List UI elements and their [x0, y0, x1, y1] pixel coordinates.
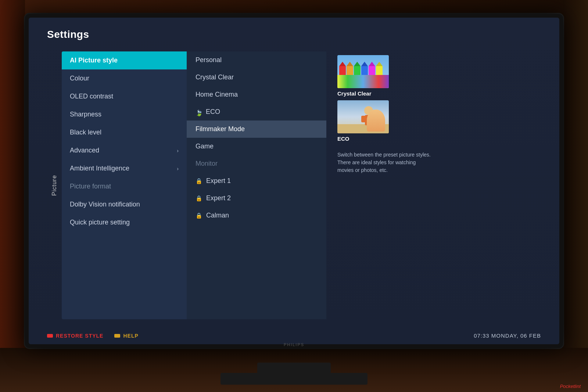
submenu-item-label: Home Cinema	[196, 91, 238, 98]
menu-item-colour[interactable]: Colour	[62, 69, 187, 87]
eco-preview-label: ECO	[337, 136, 349, 142]
help-label: HELP	[123, 333, 138, 339]
bottom-bar: RESTORE STYLE HELP 07:33 MONDAY, 06 FEB	[47, 332, 541, 339]
menu-item-label: Sharpness	[70, 111, 101, 118]
submenu-item-label: ECO	[206, 108, 220, 116]
eco-svg	[337, 100, 389, 133]
preview-image-crystal-clear	[337, 55, 389, 88]
svg-rect-1	[337, 77, 389, 88]
sidebar-category-label: Picture	[47, 51, 62, 319]
menu-item-label: Ambient Intelligence	[70, 165, 129, 172]
tv-stand	[257, 363, 331, 374]
menu-item-label: Black level	[70, 129, 101, 136]
submenu-item-filmmaker-mode[interactable]: Filmmaker Mode	[187, 121, 326, 138]
lock-icon: 🔒	[196, 178, 202, 184]
preview-description: Switch between the preset picture styles…	[337, 151, 433, 174]
watermark-text: Pocketlint	[560, 384, 581, 389]
menu-item-label: AI Picture style	[70, 57, 118, 64]
watermark: Pocketlint	[560, 384, 581, 389]
svg-rect-4	[347, 66, 353, 78]
submenu-item-label: Expert 2	[206, 194, 231, 202]
crystal-clear-svg	[337, 55, 389, 88]
room-left-wall	[0, 0, 25, 392]
svg-rect-8	[361, 66, 368, 78]
menu-item-ambient-intelligence[interactable]: Ambient Intelligence ›	[62, 159, 187, 177]
submenu-item-label: Game	[196, 143, 214, 150]
submenu-item-game[interactable]: Game	[187, 138, 326, 155]
submenu-item-calman[interactable]: 🔒 Calman	[187, 207, 326, 224]
svg-point-16	[364, 106, 373, 115]
menu-item-oled-contrast[interactable]: OLED contrast	[62, 87, 187, 105]
submenu-item-label: Filmmaker Mode	[196, 125, 245, 133]
menu-item-dolby-vision-notification[interactable]: Dolby Vision notification	[62, 195, 187, 213]
eco-thumbnail	[337, 100, 389, 133]
submenu-item-expert-1[interactable]: 🔒 Expert 1	[187, 172, 326, 190]
menu-item-label: Colour	[70, 75, 89, 82]
svg-rect-12	[376, 66, 383, 78]
tv-stand-base	[220, 373, 368, 385]
yellow-button-icon	[114, 334, 120, 338]
lock-icon: 🔒	[196, 195, 202, 202]
bottom-controls: RESTORE STYLE HELP	[47, 333, 139, 339]
menu-item-label: Picture format	[70, 183, 111, 190]
help-control[interactable]: HELP	[114, 333, 138, 339]
menu-item-picture-format[interactable]: Picture format	[62, 177, 187, 195]
menu-item-label: Dolby Vision notification	[70, 201, 140, 208]
settings-layout: Picture AI Picture style Colour OLED con…	[47, 51, 541, 319]
svg-rect-17	[365, 115, 372, 125]
menu-item-ai-picture-style[interactable]: AI Picture style	[62, 51, 187, 69]
svg-rect-10	[369, 66, 375, 78]
menu-item-label: OLED contrast	[70, 93, 113, 100]
submenu-item-home-cinema[interactable]: Home Cinema	[187, 86, 326, 103]
submenu-item-eco[interactable]: ECO	[187, 103, 326, 121]
svg-rect-19	[372, 116, 377, 122]
screen-content: Settings Picture AI Picture style Colour…	[29, 18, 559, 344]
restore-style-label: RESTORE STYLE	[56, 333, 103, 339]
menu-item-black-level[interactable]: Black level	[62, 123, 187, 141]
datetime-display: 07:33 MONDAY, 06 FEB	[474, 332, 541, 339]
submenu-item-label: Monitor	[196, 160, 218, 168]
right-preview-panel: Crystal Clear	[326, 51, 541, 319]
submenu-item-crystal-clear[interactable]: Crystal Clear	[187, 69, 326, 86]
preview-card-crystal-clear: Crystal Clear	[337, 55, 530, 97]
menu-item-label: Advanced	[70, 147, 99, 154]
crystal-clear-preview-label: Crystal Clear	[337, 90, 372, 97]
room-right-wall	[563, 0, 588, 392]
submenu-item-label: Personal	[196, 56, 222, 64]
submenu-item-label: Crystal Clear	[196, 73, 234, 81]
menu-item-sharpness[interactable]: Sharpness	[62, 105, 187, 123]
tv-frame: Settings Picture AI Picture style Colour…	[25, 14, 563, 348]
svg-rect-2	[339, 66, 346, 78]
submenu-item-label: Expert 1	[206, 177, 231, 185]
restore-style-control[interactable]: RESTORE STYLE	[47, 333, 103, 339]
center-submenu-panel: Personal Crystal Clear Home Cinema ECO F…	[187, 51, 326, 319]
chevron-right-icon: ›	[177, 148, 179, 154]
svg-rect-18	[361, 116, 366, 122]
submenu-item-personal[interactable]: Personal	[187, 51, 326, 69]
preview-image-eco	[337, 100, 389, 133]
tv-screen: Settings Picture AI Picture style Colour…	[29, 18, 559, 344]
lock-icon: 🔒	[196, 212, 202, 219]
left-menu-panel: AI Picture style Colour OLED contrast Sh…	[62, 51, 187, 319]
svg-rect-6	[354, 66, 361, 78]
leaf-icon	[196, 109, 202, 115]
menu-item-quick-picture-setting[interactable]: Quick picture setting	[62, 213, 187, 231]
tv-brand-label: PHILIPS	[284, 342, 304, 347]
red-button-icon	[47, 334, 53, 338]
chevron-right-icon: ›	[177, 166, 179, 172]
crystal-clear-thumbnail	[337, 55, 389, 88]
submenu-item-monitor[interactable]: Monitor	[187, 155, 326, 172]
submenu-item-expert-2[interactable]: 🔒 Expert 2	[187, 190, 326, 207]
menu-item-label: Quick picture setting	[70, 219, 130, 226]
menu-item-advanced[interactable]: Advanced ›	[62, 141, 187, 159]
svg-rect-15	[337, 124, 389, 133]
submenu-item-label: Calman	[206, 212, 229, 219]
preview-card-eco: ECO	[337, 100, 530, 142]
page-title: Settings	[47, 29, 541, 40]
